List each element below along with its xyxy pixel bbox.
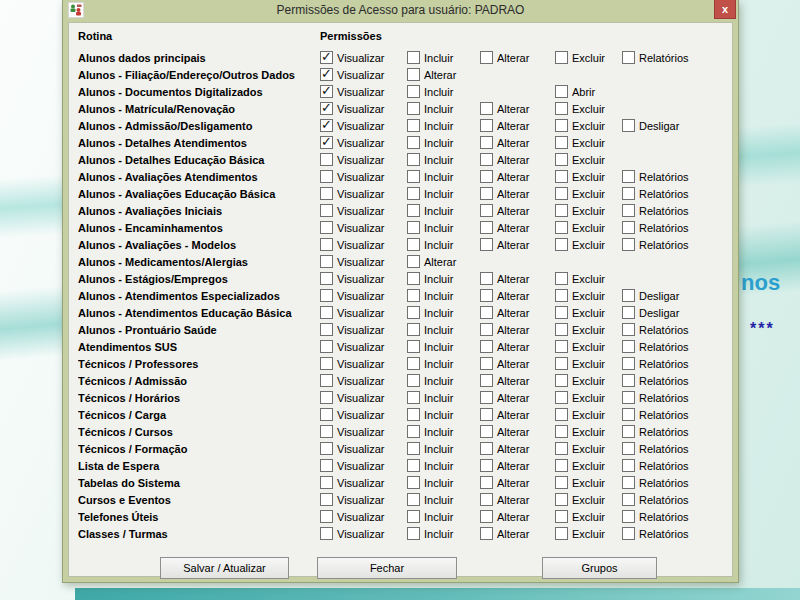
permission-checkbox-tecnicos-formacao-visualizar[interactable]: Visualizar [320, 442, 385, 455]
checkbox-icon[interactable] [407, 493, 420, 506]
permission-checkbox-alunos-documentos-digitalizados-visualizar[interactable]: Visualizar [320, 85, 385, 98]
permission-checkbox-telefones-uteis-visualizar[interactable]: Visualizar [320, 510, 385, 523]
permission-checkbox-tecnicos-horarios-relatorios[interactable]: Relatórios [622, 391, 689, 404]
permission-checkbox-tecnicos-horarios-visualizar[interactable]: Visualizar [320, 391, 385, 404]
checkbox-icon[interactable] [320, 204, 333, 217]
checkbox-icon[interactable] [555, 204, 568, 217]
permission-checkbox-alunos-avaliacoes-iniciais-alterar[interactable]: Alterar [480, 204, 529, 217]
checkbox-icon[interactable] [622, 119, 635, 132]
checkbox-icon[interactable] [407, 289, 420, 302]
permission-checkbox-tecnicos-carga-incluir[interactable]: Incluir [407, 408, 453, 421]
permission-checkbox-alunos-prontuario-saude-alterar[interactable]: Alterar [480, 323, 529, 336]
permission-checkbox-tabelas-do-sistema-relatorios[interactable]: Relatórios [622, 476, 689, 489]
titlebar[interactable]: Permissões de Acesso para usuário: PADRA… [63, 0, 738, 22]
permission-checkbox-alunos-medicamentos-alergias-visualizar[interactable]: Visualizar [320, 255, 385, 268]
permission-checkbox-alunos-encaminhamentos-excluir[interactable]: Excluir [555, 221, 605, 234]
checkbox-icon[interactable] [320, 340, 333, 353]
permission-checkbox-alunos-avaliacoes-atendimentos-alterar[interactable]: Alterar [480, 170, 529, 183]
checkbox-icon[interactable] [555, 289, 568, 302]
checkbox-icon[interactable] [407, 204, 420, 217]
permission-checkbox-telefones-uteis-incluir[interactable]: Incluir [407, 510, 453, 523]
permission-checkbox-alunos-filiacao-endereco-outros-dados-visualizar[interactable]: Visualizar [320, 68, 385, 81]
checkbox-icon[interactable] [407, 272, 420, 285]
checkbox-icon[interactable] [407, 255, 420, 268]
permission-checkbox-alunos-dados-principais-relatorios[interactable]: Relatórios [622, 51, 689, 64]
checkbox-icon[interactable] [622, 459, 635, 472]
permission-checkbox-alunos-documentos-digitalizados-incluir[interactable]: Incluir [407, 85, 453, 98]
checkbox-icon[interactable] [480, 357, 493, 370]
checkbox-icon[interactable] [320, 153, 333, 166]
permission-checkbox-tecnicos-admissao-visualizar[interactable]: Visualizar [320, 374, 385, 387]
checkbox-icon[interactable] [555, 391, 568, 404]
permission-checkbox-lista-de-espera-visualizar[interactable]: Visualizar [320, 459, 385, 472]
permission-checkbox-tecnicos-formacao-excluir[interactable]: Excluir [555, 442, 605, 455]
checkbox-icon[interactable] [407, 170, 420, 183]
checkbox-icon[interactable] [555, 153, 568, 166]
checkbox-icon[interactable] [555, 238, 568, 251]
permission-checkbox-tecnicos-carga-alterar[interactable]: Alterar [480, 408, 529, 421]
checkbox-icon[interactable] [622, 391, 635, 404]
checkbox-icon[interactable] [480, 289, 493, 302]
checkbox-icon[interactable] [407, 408, 420, 421]
checkbox-icon[interactable] [407, 85, 420, 98]
checkbox-icon[interactable] [622, 442, 635, 455]
checkbox-icon[interactable] [555, 425, 568, 438]
checkbox-icon[interactable] [555, 408, 568, 421]
permission-checkbox-alunos-detalhes-atendimentos-visualizar[interactable]: Visualizar [320, 136, 385, 149]
permission-checkbox-cursos-e-eventos-excluir[interactable]: Excluir [555, 493, 605, 506]
permission-checkbox-alunos-dados-principais-excluir[interactable]: Excluir [555, 51, 605, 64]
permission-checkbox-tecnicos-formacao-relatorios[interactable]: Relatórios [622, 442, 689, 455]
checkbox-icon[interactable] [555, 493, 568, 506]
permission-checkbox-tecnicos-professores-incluir[interactable]: Incluir [407, 357, 453, 370]
permission-checkbox-tecnicos-cursos-incluir[interactable]: Incluir [407, 425, 453, 438]
checkbox-icon[interactable] [407, 527, 420, 540]
permission-checkbox-alunos-avaliacoes-modelos-relatorios[interactable]: Relatórios [622, 238, 689, 251]
checkbox-icon[interactable] [622, 476, 635, 489]
permission-checkbox-tecnicos-admissao-incluir[interactable]: Incluir [407, 374, 453, 387]
checkbox-icon[interactable] [320, 442, 333, 455]
checkbox-icon[interactable] [320, 255, 333, 268]
checkbox-icon[interactable] [555, 527, 568, 540]
permission-checkbox-alunos-avaliacoes-educacao-basica-relatorios[interactable]: Relatórios [622, 187, 689, 200]
permission-checkbox-alunos-atendimentos-especializados-desligar[interactable]: Desligar [622, 289, 679, 302]
permission-checkbox-tecnicos-horarios-alterar[interactable]: Alterar [480, 391, 529, 404]
checkbox-icon[interactable] [407, 119, 420, 132]
checkbox-icon[interactable] [480, 221, 493, 234]
checkbox-icon[interactable] [622, 204, 635, 217]
checkbox-icon[interactable] [480, 408, 493, 421]
permission-checkbox-alunos-detalhes-educacao-basica-excluir[interactable]: Excluir [555, 153, 605, 166]
permission-checkbox-cursos-e-eventos-visualizar[interactable]: Visualizar [320, 493, 385, 506]
permission-checkbox-alunos-avaliacoes-atendimentos-incluir[interactable]: Incluir [407, 170, 453, 183]
permission-checkbox-alunos-detalhes-educacao-basica-visualizar[interactable]: Visualizar [320, 153, 385, 166]
permission-checkbox-alunos-filiacao-endereco-outros-dados-alterar[interactable]: Alterar [407, 68, 456, 81]
checkbox-checked-icon[interactable] [320, 119, 333, 132]
permission-checkbox-telefones-uteis-relatorios[interactable]: Relatórios [622, 510, 689, 523]
checkbox-icon[interactable] [320, 510, 333, 523]
checkbox-icon[interactable] [407, 306, 420, 319]
checkbox-icon[interactable] [320, 289, 333, 302]
permission-checkbox-classes-turmas-incluir[interactable]: Incluir [407, 527, 453, 540]
checkbox-icon[interactable] [320, 391, 333, 404]
permission-checkbox-tecnicos-cursos-excluir[interactable]: Excluir [555, 425, 605, 438]
permission-checkbox-alunos-estagios-empregos-incluir[interactable]: Incluir [407, 272, 453, 285]
checkbox-icon[interactable] [480, 51, 493, 64]
permission-checkbox-lista-de-espera-incluir[interactable]: Incluir [407, 459, 453, 472]
checkbox-icon[interactable] [480, 493, 493, 506]
permission-checkbox-alunos-atendimentos-especializados-incluir[interactable]: Incluir [407, 289, 453, 302]
permission-checkbox-atendimentos-sus-incluir[interactable]: Incluir [407, 340, 453, 353]
checkbox-icon[interactable] [480, 306, 493, 319]
permission-checkbox-tecnicos-professores-visualizar[interactable]: Visualizar [320, 357, 385, 370]
permission-checkbox-alunos-avaliacoes-iniciais-incluir[interactable]: Incluir [407, 204, 453, 217]
permission-checkbox-alunos-avaliacoes-educacao-basica-incluir[interactable]: Incluir [407, 187, 453, 200]
permission-checkbox-tecnicos-cursos-visualizar[interactable]: Visualizar [320, 425, 385, 438]
permission-checkbox-alunos-matricula-renovacao-visualizar[interactable]: Visualizar [320, 102, 385, 115]
checkbox-icon[interactable] [320, 527, 333, 540]
permission-checkbox-cursos-e-eventos-incluir[interactable]: Incluir [407, 493, 453, 506]
permission-checkbox-lista-de-espera-relatorios[interactable]: Relatórios [622, 459, 689, 472]
permission-checkbox-atendimentos-sus-relatorios[interactable]: Relatórios [622, 340, 689, 353]
checkbox-icon[interactable] [555, 119, 568, 132]
permission-checkbox-tecnicos-admissao-alterar[interactable]: Alterar [480, 374, 529, 387]
checkbox-icon[interactable] [622, 289, 635, 302]
permission-checkbox-alunos-detalhes-atendimentos-excluir[interactable]: Excluir [555, 136, 605, 149]
permission-checkbox-tecnicos-professores-relatorios[interactable]: Relatórios [622, 357, 689, 370]
